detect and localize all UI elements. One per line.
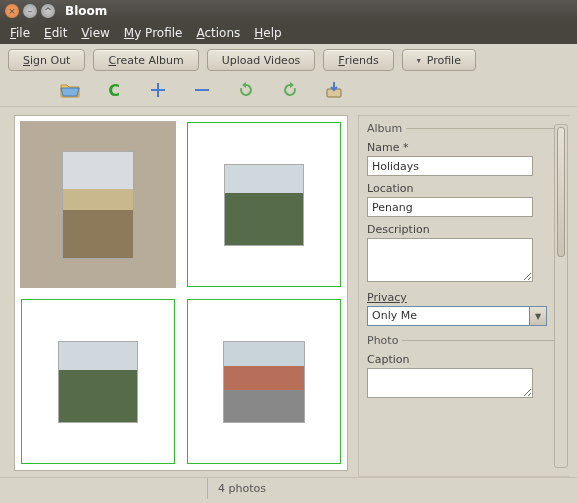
name-field[interactable] xyxy=(367,156,533,176)
menu-edit[interactable]: Edit xyxy=(38,24,73,42)
minus-icon[interactable] xyxy=(192,80,212,100)
description-label: Description xyxy=(367,223,561,236)
chevron-down-icon[interactable]: ▼ xyxy=(529,306,547,326)
thumbnail-image xyxy=(224,164,304,246)
photo-section-header: Photo xyxy=(367,334,561,347)
window-titlebar: × – ^ Bloom xyxy=(0,0,577,22)
svg-rect-0 xyxy=(195,89,209,91)
rotate-right-icon[interactable] xyxy=(280,80,300,100)
privacy-select[interactable]: Only Me ▼ xyxy=(367,306,547,326)
icon-toolbar: C xyxy=(0,76,577,107)
thumbnail-image xyxy=(62,151,134,259)
create-album-button[interactable]: Create Album xyxy=(93,49,198,71)
thumbnail-4[interactable] xyxy=(187,299,341,464)
open-folder-icon[interactable] xyxy=(60,80,80,100)
photo-count: 4 photos xyxy=(208,482,266,495)
privacy-value: Only Me xyxy=(367,306,529,326)
window-title: Bloom xyxy=(65,4,107,18)
sign-out-button[interactable]: Sign Out xyxy=(8,49,85,71)
profile-menu-button[interactable]: ▾Profile xyxy=(402,49,476,71)
photo-gallery xyxy=(14,115,348,471)
window-minimize-button[interactable]: – xyxy=(23,4,37,18)
upload-videos-button[interactable]: Upload Videos xyxy=(207,49,316,71)
properties-scrollbar[interactable] xyxy=(554,124,568,468)
export-icon[interactable] xyxy=(324,80,344,100)
caption-label: Caption xyxy=(367,353,561,366)
friends-button[interactable]: Friends xyxy=(323,49,393,71)
plus-icon[interactable] xyxy=(148,80,168,100)
thumbnail-image xyxy=(223,341,305,423)
menu-file[interactable]: File xyxy=(4,24,36,42)
menu-view[interactable]: View xyxy=(75,24,115,42)
rotate-left-icon[interactable] xyxy=(236,80,256,100)
privacy-label: Privacy xyxy=(367,291,561,304)
thumbnail-image xyxy=(58,341,138,423)
properties-panel: Album Name Location Description Privacy … xyxy=(358,115,569,477)
menu-my-profile[interactable]: My Profile xyxy=(118,24,189,42)
caption-field[interactable] xyxy=(367,368,533,398)
window-maximize-button[interactable]: ^ xyxy=(41,4,55,18)
main-content: Album Name Location Description Privacy … xyxy=(0,107,577,477)
menu-help[interactable]: Help xyxy=(248,24,287,42)
menu-actions[interactable]: Actions xyxy=(190,24,246,42)
name-label: Name xyxy=(367,141,561,154)
thumbnail-2[interactable] xyxy=(187,122,341,287)
location-label: Location xyxy=(367,182,561,195)
menubar: File Edit View My Profile Actions Help xyxy=(0,22,577,44)
scrollbar-thumb[interactable] xyxy=(557,127,565,257)
window-close-button[interactable]: × xyxy=(5,4,19,18)
status-bar: 4 photos xyxy=(0,477,577,499)
thumbnail-3[interactable] xyxy=(21,299,175,464)
description-field[interactable] xyxy=(367,238,533,282)
main-toolbar: Sign Out Create Album Upload Videos Frie… xyxy=(0,44,577,76)
thumbnail-1[interactable] xyxy=(21,122,175,287)
album-section-header: Album xyxy=(367,122,561,135)
location-field[interactable] xyxy=(367,197,533,217)
refresh-icon[interactable]: C xyxy=(104,80,124,100)
